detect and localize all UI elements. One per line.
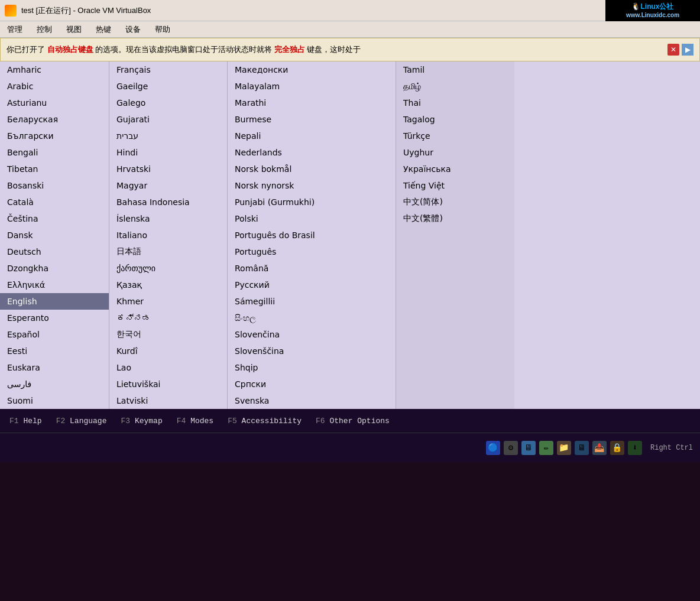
lang-item[interactable]: Eesti: [0, 343, 109, 359]
lang-item[interactable]: Marathi: [228, 95, 396, 111]
menu-manage[interactable]: 管理: [5, 23, 25, 36]
lang-item[interactable]: Bosanski: [0, 177, 109, 194]
lang-item[interactable]: Македонски: [228, 61, 396, 78]
notification-arrow-button[interactable]: ▶: [682, 44, 693, 56]
lang-item[interactable]: Deutsch: [0, 243, 109, 260]
lang-item[interactable]: Español: [0, 326, 109, 343]
lang-col-1: AmharicArabicAsturianuБеларускаяБългарск…: [0, 61, 109, 409]
lang-item[interactable]: Asturianu: [0, 95, 109, 111]
lang-item[interactable]: Kurdî: [109, 343, 227, 359]
lang-item[interactable]: Sámegillii: [228, 293, 396, 310]
lang-item[interactable]: Suomi: [0, 392, 109, 409]
lang-item[interactable]: Uyghur: [396, 144, 514, 161]
lang-item[interactable]: Arabic: [0, 78, 109, 95]
lang-item[interactable]: Ελληνικά: [0, 277, 109, 293]
lang-item[interactable]: Bahasa Indonesia: [109, 194, 227, 210]
fkey-f4[interactable]: F4: [177, 417, 186, 425]
lang-item[interactable]: Thai: [396, 95, 514, 111]
lang-item[interactable]: Беларуская: [0, 111, 109, 128]
lang-item[interactable]: Українська: [396, 161, 514, 177]
taskbar-icon-7[interactable]: 📤: [592, 441, 607, 455]
taskbar-icon-5[interactable]: 📁: [557, 441, 571, 455]
menu-device[interactable]: 设备: [123, 23, 143, 36]
lang-item[interactable]: Português do Brasil: [228, 227, 396, 243]
fkey-f5[interactable]: F5: [228, 417, 237, 425]
lang-item[interactable]: Lietuviškai: [109, 376, 227, 392]
lang-item[interactable]: Hindi: [109, 144, 227, 161]
lang-item[interactable]: 한국어: [109, 326, 227, 343]
lang-item[interactable]: Esperanto: [0, 310, 109, 326]
fkey-f1[interactable]: F1: [9, 417, 19, 425]
lang-item[interactable]: Български: [0, 128, 109, 144]
fkey-f6[interactable]: F6: [316, 417, 325, 425]
lang-item[interactable]: فارسی: [0, 376, 109, 392]
lang-item[interactable]: Shqip: [228, 359, 396, 376]
lang-item[interactable]: Қазақ: [109, 277, 227, 293]
lang-item[interactable]: Português: [228, 243, 396, 260]
taskbar-icon-1[interactable]: 🔵: [486, 441, 500, 455]
lang-item[interactable]: Amharic: [0, 61, 109, 78]
lang-item[interactable]: Euskara: [0, 359, 109, 376]
lang-item[interactable]: Čeština: [0, 210, 109, 227]
fkey-f3[interactable]: F3: [121, 417, 130, 425]
menu-hotkey[interactable]: 热键: [93, 23, 114, 36]
lang-item[interactable]: Nepali: [228, 128, 396, 144]
lang-item[interactable]: Tamil: [396, 61, 514, 78]
taskbar-icon-6[interactable]: 🖥: [575, 441, 589, 455]
lang-item[interactable]: Dzongkha: [0, 260, 109, 277]
lang-item[interactable]: 中文(繁體): [396, 210, 514, 227]
lang-item[interactable]: Hrvatski: [109, 161, 227, 177]
lang-item[interactable]: Gaeilge: [109, 78, 227, 95]
notification-close-button[interactable]: ✕: [667, 44, 679, 56]
lang-item[interactable]: Nederlands: [228, 144, 396, 161]
lang-item[interactable]: Galego: [109, 95, 227, 111]
lang-item[interactable]: Tiếng Việt: [396, 177, 514, 194]
lang-item[interactable]: Magyar: [109, 177, 227, 194]
lang-item[interactable]: Punjabi (Gurmukhi): [228, 194, 396, 210]
lang-item[interactable]: Slovenščina: [228, 343, 396, 359]
lang-item[interactable]: Tibetan: [0, 161, 109, 177]
lang-col-2: FrançaisGaeilgeGalegoGujaratiעבריתHindiH…: [109, 61, 228, 409]
lang-item[interactable]: Burmese: [228, 111, 396, 128]
menubar: 管理 控制 视图 热键 设备 帮助: [0, 21, 700, 38]
lang-item[interactable]: Malayalam: [228, 78, 396, 95]
lang-item[interactable]: Română: [228, 260, 396, 277]
taskbar-icon-4[interactable]: ✏: [539, 441, 553, 455]
lang-item[interactable]: Català: [0, 194, 109, 210]
lang-item[interactable]: Latviski: [109, 392, 227, 409]
lang-item[interactable]: தமிழ்: [396, 78, 514, 95]
lang-item[interactable]: עברית: [109, 128, 227, 144]
lang-item[interactable]: Slovenčina: [228, 326, 396, 343]
menu-control[interactable]: 控制: [34, 23, 54, 36]
fkey-f2[interactable]: F2: [56, 417, 66, 425]
lang-item[interactable]: Français: [109, 61, 227, 78]
lang-item[interactable]: Italiano: [109, 227, 227, 243]
function-keys-bar: F1 HelpF2 LanguageF3 KeymapF4 ModesF5 Ac…: [0, 409, 700, 433]
menu-help[interactable]: 帮助: [153, 23, 173, 36]
lang-item[interactable]: Lao: [109, 359, 227, 376]
taskbar-icon-2[interactable]: ⚙: [504, 441, 518, 455]
lang-item[interactable]: Khmer: [109, 293, 227, 310]
lang-item[interactable]: Norsk nynorsk: [228, 177, 396, 194]
lang-item[interactable]: Bengali: [0, 144, 109, 161]
lang-item[interactable]: සිංහල: [228, 310, 396, 326]
lang-item[interactable]: ಕನ್ನಡ: [109, 310, 227, 326]
lang-item[interactable]: Српски: [228, 376, 396, 392]
taskbar-icon-8[interactable]: 🔒: [610, 441, 624, 455]
lang-item[interactable]: Türkçe: [396, 128, 514, 144]
lang-item[interactable]: ქართული: [109, 260, 227, 277]
lang-item[interactable]: Gujarati: [109, 111, 227, 128]
lang-item[interactable]: Norsk bokmål: [228, 161, 396, 177]
lang-item[interactable]: Tagalog: [396, 111, 514, 128]
menu-view[interactable]: 视图: [64, 23, 84, 36]
lang-item[interactable]: Русский: [228, 277, 396, 293]
taskbar-icon-3[interactable]: 🖥: [521, 441, 536, 455]
lang-item[interactable]: 日本語: [109, 243, 227, 260]
lang-item[interactable]: English: [0, 293, 109, 310]
lang-item[interactable]: Íslenska: [109, 210, 227, 227]
taskbar-icon-9[interactable]: ⬇: [628, 441, 642, 455]
lang-item[interactable]: Dansk: [0, 227, 109, 243]
lang-item[interactable]: Svenska: [228, 392, 396, 409]
lang-item[interactable]: Polski: [228, 210, 396, 227]
lang-item[interactable]: 中文(简体): [396, 194, 514, 210]
